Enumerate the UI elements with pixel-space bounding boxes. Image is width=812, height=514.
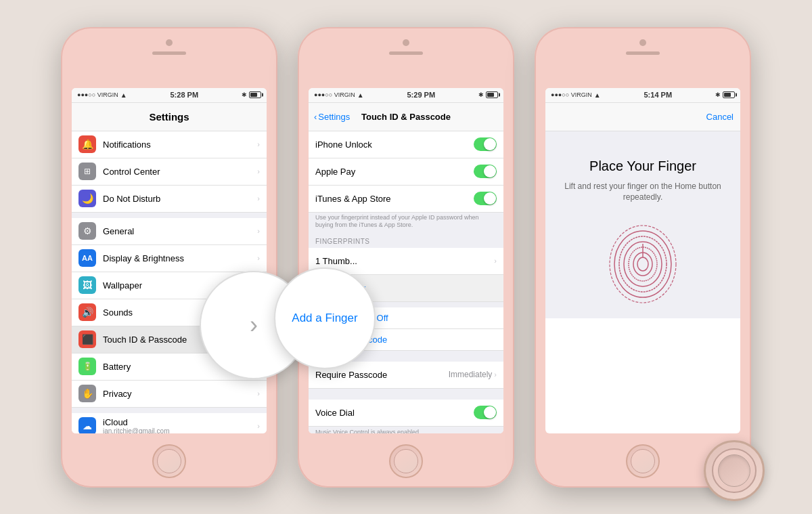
settings-control-center[interactable]: ⊞ Control Center › — [72, 158, 267, 186]
bt-icon-2: ✱ — [478, 91, 484, 98]
screen-2: ●●●○○ VIRGIN ▲ 5:29 PM ✱ ‹ Settings Touc… — [309, 88, 503, 433]
apple-pay-toggle[interactable] — [474, 165, 497, 178]
speaker-2 — [389, 51, 423, 55]
back-label-2: Settings — [318, 112, 350, 122]
home-zoom-button — [718, 454, 750, 487]
fingerprints-header: FINGERPRINTS — [315, 235, 497, 247]
camera-3 — [639, 39, 646, 46]
thumb-label: 1 Thumb... — [315, 256, 487, 266]
home-button-3[interactable] — [626, 444, 660, 478]
dnd-label: Do Not Disturb — [103, 194, 250, 204]
itunes-toggle[interactable] — [474, 192, 497, 205]
camera-1 — [166, 39, 173, 46]
wallpaper-icon: 🖼 — [78, 276, 96, 294]
zoom-chevron-1: › — [250, 311, 258, 339]
status-bar-2: ●●●○○ VIRGIN ▲ 5:29 PM ✱ — [309, 88, 503, 103]
phone-top-1 — [61, 27, 277, 87]
battery-icon-1 — [249, 91, 261, 98]
home-zoom-inner — [712, 448, 757, 493]
speaker-1 — [152, 51, 186, 55]
notifications-label: Notifications — [103, 140, 250, 150]
place-finger-content: Place Your Finger Lift and rest your fin… — [545, 131, 740, 319]
place-finger-title: Place Your Finger — [589, 158, 696, 174]
privacy-label: Privacy — [103, 389, 250, 399]
carrier-3: ●●●○○ VIRGIN — [551, 91, 592, 98]
zoom-circle-2: Add a Finger — [274, 267, 376, 369]
screen-1: ●●●○○ VIRGIN ▲ 5:28 PM ✱ Settings 🔔 Noti… — [72, 88, 267, 433]
notifications-icon: 🔔 — [78, 135, 96, 153]
voice-dial-row[interactable]: Voice Dial — [309, 400, 503, 427]
control-center-label: Control Center — [103, 167, 250, 177]
home-button-inner-3 — [631, 449, 655, 473]
chevron-notifications: › — [257, 140, 260, 148]
settings-dnd[interactable]: 🌙 Do Not Disturb › — [72, 186, 267, 213]
settings-general[interactable]: ⚙ General › — [72, 218, 267, 245]
nav-title-1: Settings — [149, 111, 189, 123]
phone-2: ●●●○○ VIRGIN ▲ 5:29 PM ✱ ‹ Settings Touc… — [298, 27, 514, 488]
status-bar-3: ●●●○○ VIRGIN ▲ 5:14 PM ✱ — [545, 88, 740, 103]
svg-point-0 — [637, 257, 648, 271]
cancel-btn-3[interactable]: Cancel — [706, 112, 734, 122]
phone-top-3 — [535, 27, 751, 87]
chevron-privacy: › — [257, 389, 260, 398]
phone-top-2 — [298, 27, 514, 87]
iphone-unlock-toggle[interactable] — [474, 137, 497, 151]
chevron-cc: › — [257, 167, 260, 175]
itunes-row[interactable]: iTunes & App Store — [309, 186, 503, 213]
fingerprint-note: Use your fingerprint instead of your App… — [309, 213, 503, 232]
require-chevron: › — [494, 370, 497, 379]
nav-bar-3: Cancel — [545, 103, 740, 131]
nav-back-2[interactable]: ‹ Settings — [314, 112, 350, 122]
voice-toggle[interactable] — [474, 406, 497, 419]
chevron-dnd: › — [257, 194, 260, 202]
camera-2 — [403, 39, 409, 46]
home-zoom-3[interactable] — [704, 440, 765, 501]
chevron-general: › — [257, 227, 260, 235]
carrier-1: ●●●○○ VIRGIN — [77, 91, 118, 98]
sounds-icon: 🔊 — [78, 303, 96, 321]
phone-bottom-1 — [61, 428, 277, 488]
itunes-store-label: iTunes & App Store — [315, 194, 467, 204]
iphone-unlock-row[interactable]: iPhone Unlock — [309, 131, 503, 158]
general-label: General — [103, 226, 250, 236]
apple-pay-row[interactable]: Apple Pay — [309, 158, 503, 186]
bt-icon-1: ✱ — [242, 91, 247, 98]
nav-bar-1: Settings — [72, 103, 267, 131]
wifi-icon-2: ▲ — [357, 91, 364, 99]
place-finger-subtitle: Lift and rest your finger on the Home bu… — [556, 181, 730, 204]
back-chevron-2: ‹ — [314, 112, 317, 122]
settings-privacy[interactable]: ✋ Privacy › — [72, 381, 267, 408]
time-3: 5:14 PM — [644, 91, 673, 99]
voice-label: Voice Dial — [315, 408, 474, 418]
bt-icon-3: ✱ — [715, 91, 721, 98]
carrier-2: ●●●○○ VIRGIN — [314, 91, 355, 98]
touchid-icon: ⬛ — [78, 330, 96, 348]
display-icon: AA — [78, 249, 96, 267]
battery-icon-2 — [486, 91, 498, 98]
require-label: Require Passcode — [315, 370, 449, 380]
wifi-icon-3: ▲ — [594, 91, 601, 99]
section-break-2 — [72, 408, 267, 413]
cancel-label-3: Cancel — [706, 112, 734, 122]
battery-settings-icon: 🔋 — [78, 358, 96, 375]
screen-3: ●●●○○ VIRGIN ▲ 5:14 PM ✱ Cancel Place Yo… — [545, 88, 740, 433]
nav-title-2: Touch ID & Passcode — [361, 112, 451, 122]
fingerprint-graphic — [602, 223, 683, 305]
general-icon: ⚙ — [78, 222, 96, 240]
nav-bar-2: ‹ Settings Touch ID & Passcode — [309, 103, 503, 131]
home-button-inner-2 — [394, 449, 418, 473]
phone-bottom-2 — [298, 428, 514, 488]
fingerprint-svg — [602, 223, 683, 305]
battery-icon-3 — [723, 91, 735, 98]
home-button-2[interactable] — [389, 444, 423, 478]
time-1: 5:28 PM — [171, 91, 199, 99]
home-button-1[interactable] — [152, 444, 186, 478]
settings-display[interactable]: AA Display & Brightness › — [72, 245, 267, 272]
chevron-display: › — [257, 254, 260, 262]
phone-1: ●●●○○ VIRGIN ▲ 5:28 PM ✱ Settings 🔔 Noti… — [61, 27, 277, 488]
status-bar-1: ●●●○○ VIRGIN ▲ 5:28 PM ✱ — [72, 88, 267, 103]
settings-notifications[interactable]: 🔔 Notifications › — [72, 131, 267, 158]
display-label: Display & Brightness — [103, 253, 250, 263]
break-require — [309, 389, 503, 394]
require-value: Immediately — [449, 370, 493, 379]
